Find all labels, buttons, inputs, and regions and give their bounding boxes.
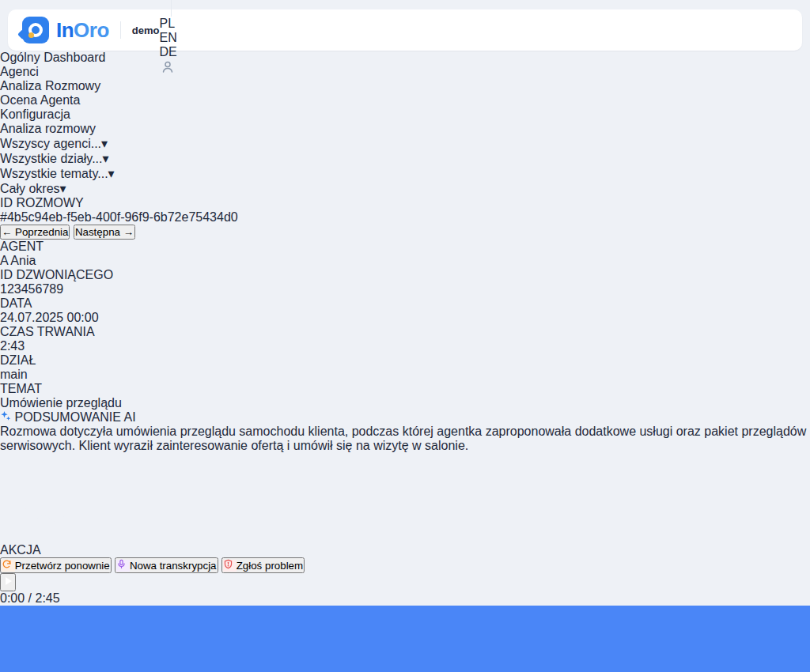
language-switcher: PL EN DE bbox=[160, 17, 319, 59]
chevron-down-icon: ▾ bbox=[101, 137, 108, 150]
star-watermark-icon bbox=[0, 453, 810, 543]
brand-name: InOro bbox=[56, 18, 109, 43]
lang-pl-button[interactable]: PL bbox=[160, 17, 319, 31]
refresh-icon bbox=[2, 560, 15, 572]
meta-duration: CZAS TRWANIA 2:43 bbox=[0, 325, 810, 353]
report-problem-button[interactable]: Zgłoś problem bbox=[221, 557, 305, 573]
header-divider-2 bbox=[171, 0, 172, 17]
tab-konfiguracja[interactable]: Konfiguracja bbox=[0, 108, 810, 122]
tab-ogolny-dashboard[interactable]: Ogólny Dashboard bbox=[0, 51, 810, 65]
tab-analiza-rozmowy[interactable]: Analiza Rozmowy bbox=[0, 79, 810, 93]
waveform bbox=[0, 606, 810, 672]
previous-conversation-button[interactable]: ← Poprzednia bbox=[0, 225, 70, 240]
topics-filter-select[interactable]: Wszystkie tematy...▾ bbox=[0, 166, 810, 181]
meta-caller-id: ID DZWONIĄCEGO 123456789 bbox=[0, 268, 810, 296]
actions-column: AKCJA Przetwórz ponownie Nowa transkrypc… bbox=[0, 543, 810, 573]
shield-alert-icon bbox=[223, 560, 237, 572]
conversation-meta: AGENT A Ania ID DZWONIĄCEGO 123456789 DA… bbox=[0, 240, 810, 410]
avatar: A bbox=[0, 254, 8, 267]
chevron-down-icon: ▾ bbox=[60, 182, 66, 195]
sparkles-icon bbox=[0, 410, 14, 424]
chevron-down-icon: ▾ bbox=[108, 167, 115, 180]
departments-filter-select[interactable]: Wszystkie działy...▾ bbox=[0, 151, 810, 166]
arrow-left-icon: ← bbox=[2, 226, 12, 238]
chevron-down-icon: ▾ bbox=[103, 152, 109, 165]
lang-en-button[interactable]: EN bbox=[160, 31, 319, 45]
meta-agent: AGENT A Ania bbox=[0, 240, 810, 268]
playback-time: 0:00 / 2:45 bbox=[0, 591, 810, 606]
meta-date: DATA 24.07.2025 00:00 bbox=[0, 296, 810, 325]
tab-agenci[interactable]: Agenci bbox=[0, 65, 810, 79]
ai-summary-box: PODSUMOWANIE AI Rozmowa dotyczyła umówie… bbox=[0, 410, 810, 543]
meta-department: DZIAŁ main bbox=[0, 353, 810, 382]
agents-filter-select[interactable]: Wszyscy agenci...▾ bbox=[0, 136, 810, 151]
microphone-icon bbox=[116, 560, 130, 572]
arrow-right-icon: → bbox=[123, 226, 134, 238]
play-icon bbox=[2, 578, 14, 590]
meta-topic: TEMAT Umówienie przeglądu bbox=[0, 382, 810, 410]
conversation-card: ID ROZMOWY #4b5c94eb-f5eb-400f-96f9-6b72… bbox=[0, 196, 810, 573]
waveform-area[interactable] bbox=[0, 606, 810, 672]
topic-badge[interactable]: Umówienie przeglądu bbox=[0, 396, 810, 410]
next-conversation-button[interactable]: Następna → bbox=[74, 225, 135, 240]
reprocess-button[interactable]: Przetwórz ponownie bbox=[0, 557, 112, 573]
play-button[interactable] bbox=[0, 573, 16, 591]
conversation-id-label: ID ROZMOWY bbox=[0, 196, 810, 210]
brand-logo[interactable]: InOro bbox=[22, 17, 109, 43]
workspace-name: demo bbox=[132, 25, 160, 36]
header-divider bbox=[120, 21, 121, 39]
conversation-id: #4b5c94eb-f5eb-400f-96f9-6b72e75434d0 bbox=[0, 210, 810, 225]
ai-summary-text: Rozmowa dotyczyła umówienia przeglądu sa… bbox=[0, 425, 810, 453]
actions-label: AKCJA bbox=[0, 543, 810, 557]
lang-de-button[interactable]: DE bbox=[160, 45, 319, 59]
audio-player-card: 0:00 / 2:45 CLIENT ania bbox=[0, 573, 810, 672]
main-nav: Ogólny Dashboard Agenci Analiza Rozmowy … bbox=[0, 51, 810, 122]
new-transcription-button[interactable]: Nowa transkrypcja bbox=[115, 557, 218, 573]
page-title: Analiza rozmowy bbox=[0, 122, 810, 136]
filter-row: Wszyscy agenci...▾ Wszystkie działy...▾ … bbox=[0, 136, 810, 196]
tab-ocena-agenta[interactable]: Ocena Agenta bbox=[0, 93, 810, 108]
period-filter-select[interactable]: Cały okres▾ bbox=[0, 181, 810, 196]
ai-summary-label: PODSUMOWANIE AI bbox=[14, 410, 135, 424]
brand-logo-icon bbox=[22, 17, 49, 43]
user-icon[interactable] bbox=[160, 64, 176, 77]
app-header: InOro demo PL EN DE bbox=[8, 9, 802, 51]
